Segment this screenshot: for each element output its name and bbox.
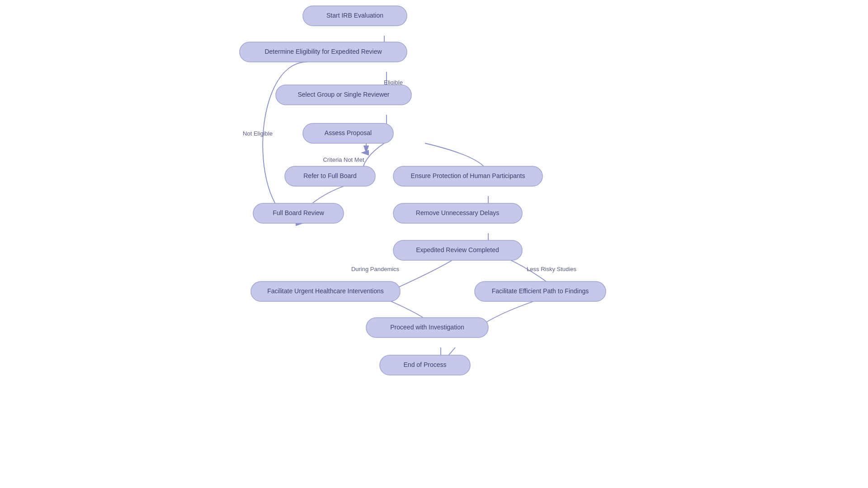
label-during-pandemics: During Pandemics: [351, 266, 400, 272]
node-ensure-label: Ensure Protection of Human Participants: [411, 172, 525, 179]
node-assess-label: Assess Proposal: [325, 129, 372, 136]
node-remove-label: Remove Unnecessary Delays: [416, 209, 499, 216]
node-expedited-label: Expedited Review Completed: [416, 246, 499, 253]
node-end-label: End of Process: [404, 361, 447, 368]
edge-expedited-urgent: [391, 260, 452, 291]
node-refer-label: Refer to Full Board: [303, 172, 357, 179]
node-determine-label: Determine Eligibility for Expedited Revi…: [264, 48, 382, 55]
node-select-label: Select Group or Single Reviewer: [297, 91, 389, 98]
node-facilitate-urgent-label: Facilitate Urgent Healthcare Interventio…: [267, 287, 384, 295]
label-not-eligible: Not Eligible: [243, 130, 273, 137]
label-less-risky: Less Risky Studies: [527, 266, 576, 272]
node-start-label: Start IRB Evaluation: [326, 12, 383, 19]
flowchart-container: Eligible Not Eligible Criteria Not Met D…: [0, 0, 868, 488]
node-fullboard-label: Full Board Review: [273, 209, 324, 216]
label-criteria-not-met: Criteria Not Met: [323, 156, 364, 163]
node-proceed-label: Proceed with Investigation: [390, 324, 464, 331]
node-facilitate-efficient-label: Facilitate Efficient Path to Findings: [492, 287, 589, 295]
